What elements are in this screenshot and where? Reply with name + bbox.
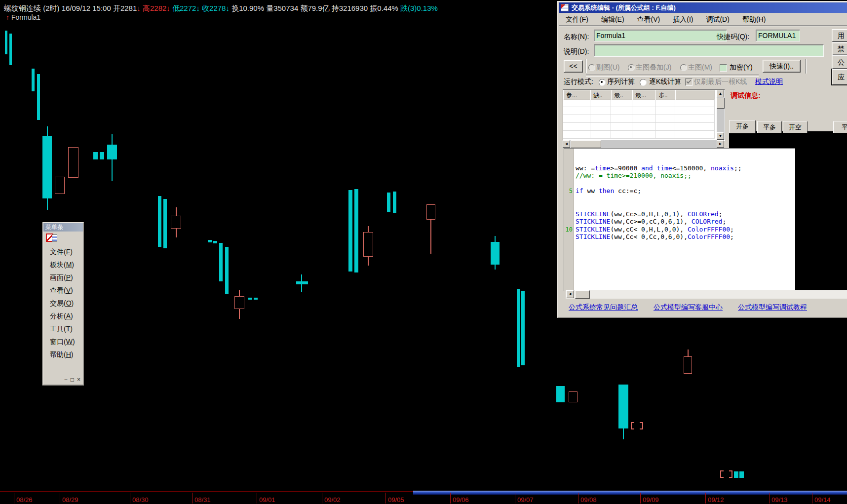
collapse-button[interactable]: << [564, 60, 583, 73]
table-cell [563, 131, 590, 139]
axis-tick [60, 493, 60, 504]
help-link-0[interactable]: 公式系统常见问题汇总 [569, 303, 638, 312]
code-line: STICKLINE(ww,Cc>=0,H,L,0,1), COLORred; [576, 210, 722, 218]
hotkey-input[interactable] [756, 30, 800, 41]
dialog-title-bar[interactable]: 交易系统编辑 - (所属公式组 : F.自编) [559, 2, 847, 13]
dialog-menu-D[interactable]: 调试(D) [699, 14, 735, 24]
dialog-menu-F[interactable]: 文件(F) [559, 14, 595, 24]
axis-date-label: 09/14 [814, 496, 831, 504]
table-cell [563, 123, 590, 131]
table-cell [611, 115, 632, 123]
quick-button[interactable]: 快速(I).. [763, 60, 801, 73]
radio-主图叠加(J)[interactable] [628, 64, 635, 71]
menu-item-F[interactable]: 文件(F) [43, 245, 83, 258]
dialog-menu-E[interactable]: 编辑(E) [595, 14, 631, 24]
table-cell [590, 99, 611, 107]
candle-down [225, 247, 229, 294]
scroll-left-arrow-icon[interactable]: ◄ [563, 140, 570, 148]
description-input[interactable] [594, 44, 824, 57]
menu-item-W[interactable]: 窗口(W) [43, 335, 83, 348]
restore-button[interactable]: □ [71, 376, 74, 383]
table-header-4[interactable]: 步.. [655, 90, 676, 100]
divider [585, 59, 587, 73]
radio-副图(U)[interactable] [588, 64, 595, 71]
menu-window-icon[interactable] [43, 232, 83, 245]
candle-down [491, 242, 500, 265]
table-hscrollbar[interactable]: ◄► [563, 140, 724, 148]
dialog-menu-V[interactable]: 查看(V) [631, 14, 667, 24]
description-label: 说明(D): [564, 47, 589, 56]
radio-主图(M)[interactable] [680, 64, 687, 71]
table-cell [632, 115, 655, 123]
status-bar: 螺纹钢连续 (2时) 16/09/12 15:00 开2281↓ 高2282↓ … [4, 4, 438, 13]
table-cell [675, 99, 715, 107]
table-header-3[interactable]: 最... [632, 90, 656, 100]
encrypt-checkbox[interactable] [720, 64, 727, 72]
axis-tick [705, 493, 706, 504]
refresh-last-checkbox[interactable] [685, 78, 693, 86]
mode-help-link[interactable]: 模式说明 [755, 78, 783, 86]
scroll-left-arrow-icon[interactable]: ◄ [566, 290, 574, 298]
editor-hscrollbar[interactable]: ◄ [566, 290, 847, 299]
table-header-0[interactable]: 参... [563, 90, 591, 100]
scroll-thumb[interactable] [575, 290, 590, 299]
side-button-公[interactable]: 公 [832, 55, 847, 69]
candle-down [163, 199, 167, 248]
axis-date-label: 09/12 [708, 496, 724, 504]
menu-item-A[interactable]: 分析(A) [43, 310, 83, 322]
table-cell [611, 99, 632, 107]
candle-wick [430, 220, 431, 254]
menu-item-P[interactable]: 画面(P) [43, 271, 83, 284]
table-header-5[interactable] [675, 90, 715, 100]
radio-序列计算[interactable] [599, 79, 606, 86]
side-button-禁[interactable]: 禁 [832, 42, 847, 55]
table-cell [590, 115, 611, 123]
dialog-menu-I[interactable]: 插入(I) [666, 14, 699, 24]
status-segment: ↓ [137, 4, 141, 12]
tab-开空[interactable]: 开空 [783, 121, 808, 133]
side-button-用[interactable]: 用 [832, 29, 847, 42]
name-input[interactable] [594, 30, 727, 41]
code-line: STICKLINE(ww,cC< 0,H,L,0,0), ColorFFFF00… [576, 226, 734, 233]
scroll-right-arrow-icon[interactable]: ► [717, 140, 724, 148]
scroll-thumb[interactable] [717, 98, 725, 109]
tab-平[interactable]: 平 [833, 121, 847, 133]
radio-label: 序列计算 [607, 78, 635, 86]
tab-平多[interactable]: 平多 [757, 121, 782, 133]
candle-wick [368, 226, 369, 232]
hotkey-label: 快捷码(Q): [717, 33, 749, 41]
parameter-table[interactable]: 参...缺..最..最...步..▲▼ [563, 89, 725, 141]
menu-window-title[interactable]: 菜单条 [43, 223, 83, 232]
candle-down [100, 152, 104, 159]
table-cell [655, 123, 675, 131]
side-button-应[interactable]: 应 [832, 69, 847, 85]
scroll-down-arrow-icon[interactable]: ▼ [717, 132, 724, 140]
code-editor[interactable]: 510 ww: =time>=90000 and time<=150000, n… [564, 148, 795, 291]
menu-item-H[interactable]: 帮助(H) [43, 348, 83, 361]
tab-开多[interactable]: 开多 [729, 120, 756, 133]
table-header-2[interactable]: 最.. [611, 90, 633, 100]
axis-tick [769, 493, 770, 504]
table-vscrollbar[interactable]: ▲▼ [717, 90, 725, 140]
table-cell [675, 131, 715, 139]
close-button[interactable]: × [77, 376, 80, 383]
table-header-1[interactable]: 缺.. [590, 90, 612, 100]
axis-tick [812, 493, 812, 504]
divider [586, 75, 759, 77]
trading-system-editor-dialog: 交易系统编辑 - (所属公式组 : F.自编) 文件(F)编辑(E)查看(V)插… [557, 1, 847, 318]
menu-item-T[interactable]: 工具(T) [43, 322, 83, 335]
help-link-1[interactable]: 公式模型编写客服中心 [654, 303, 723, 312]
menu-item-O[interactable]: 交易(O) [43, 297, 83, 310]
dialog-menu-H[interactable]: 帮助(H) [736, 14, 772, 24]
help-link-2[interactable]: 公式模型编写调试教程 [738, 303, 807, 312]
code-line: ww: =time>=90000 and time<=150000, noaxi… [576, 164, 742, 172]
radio-逐K线计算[interactable] [640, 79, 647, 86]
menu-item-V[interactable]: 查看(V) [43, 284, 83, 297]
scroll-thumb[interactable] [571, 140, 601, 148]
candle-wick [47, 198, 48, 210]
axis-date-label: 08/29 [62, 496, 78, 504]
minimize-button[interactable]: − [64, 376, 68, 383]
menu-item-M[interactable]: 板块(M) [43, 258, 83, 271]
candle-wick [495, 236, 496, 242]
scroll-up-arrow-icon[interactable]: ▲ [717, 90, 724, 97]
